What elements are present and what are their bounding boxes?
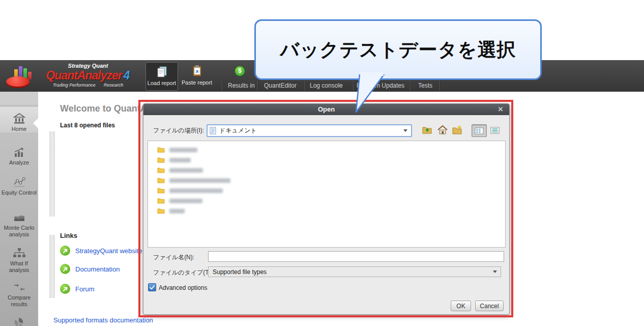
- sidebar-item-analyze[interactable]: Analyze: [0, 147, 38, 166]
- details-view-toggle[interactable]: [488, 124, 502, 136]
- file-location-combobox[interactable]: ドキュメント: [207, 124, 412, 137]
- brand-name: QuantAnalyzer4: [35, 70, 141, 82]
- file-location-label: ファイルの場所(I):: [153, 126, 204, 135]
- app-logo-icon: [6, 64, 36, 89]
- callout-bubble: バックテストデータを選択: [254, 19, 542, 80]
- link-forum[interactable]: Forum: [60, 284, 95, 294]
- brand-version: 4: [124, 69, 130, 82]
- sidebar-label: What If analysis: [9, 260, 30, 273]
- green-arrow-icon: [60, 284, 70, 294]
- callout-tail: [348, 72, 389, 115]
- up-one-level-button[interactable]: [422, 125, 433, 135]
- folder-item[interactable]: [157, 145, 505, 155]
- folder-icon: [157, 167, 165, 173]
- folder-item[interactable]: [157, 185, 505, 196]
- folder-item[interactable]: [157, 175, 505, 185]
- tab-separator: [305, 80, 305, 91]
- sidebar-item-equity-control[interactable]: Equity Control: [0, 177, 38, 196]
- analyze-chart-icon: [13, 147, 26, 158]
- link-label: StrategyQuant website: [75, 247, 142, 255]
- what-if-tree-icon: [13, 248, 26, 259]
- advanced-options-label: Advanced options: [159, 284, 207, 291]
- sidebar-item-partial[interactable]: [0, 317, 38, 326]
- folder-icon: [157, 208, 165, 214]
- dialog-titlebar[interactable]: Open ✕: [143, 104, 509, 115]
- list-view-toggle[interactable]: [472, 124, 487, 137]
- filetype-label: ファイルのタイプ(T):: [153, 268, 213, 277]
- link-label: Forum: [75, 285, 95, 293]
- filename-input[interactable]: [208, 251, 504, 262]
- cancel-button[interactable]: Cancel: [475, 301, 504, 311]
- brand-top-text: Strategy Quant: [35, 63, 141, 69]
- folder-item[interactable]: [157, 155, 505, 165]
- folder-icon: [157, 157, 165, 163]
- brand-name-text: QuantAnalyzer: [46, 69, 122, 82]
- dialog-title: Open: [143, 104, 509, 115]
- folder-item[interactable]: [157, 206, 505, 216]
- paste-report-label: Paste report: [182, 79, 212, 86]
- brand-block: Strategy Quant QuantAnalyzer4 Trading Pe…: [35, 62, 141, 88]
- logo-bar: [28, 72, 32, 79]
- links-heading: Links: [60, 232, 77, 239]
- tagline-left: Trading Performance: [53, 83, 96, 88]
- load-report-button[interactable]: Load report: [145, 62, 178, 91]
- links-scrollbar[interactable]: [49, 235, 55, 298]
- tab-log-console[interactable]: Log console: [310, 80, 343, 92]
- active-notch: [33, 118, 38, 128]
- tagline-right: Research: [104, 83, 124, 88]
- logo-pie: [6, 76, 30, 87]
- sidebar-item-compare-results[interactable]: Compare results: [0, 282, 38, 308]
- folder-name-redacted: [169, 148, 197, 152]
- chevron-down-icon: [403, 129, 407, 132]
- open-file-dialog: Open ✕ ファイルの場所(I): ドキュメント: [143, 103, 510, 315]
- home-bank-icon: [13, 113, 26, 124]
- sidebar-label: Equity Control: [2, 189, 37, 196]
- green-arrow-icon: [60, 264, 70, 274]
- link-label: Documentation: [75, 265, 120, 273]
- filetype-value: Supported file types: [209, 268, 493, 276]
- tab-quanteditor[interactable]: QuantEditor: [264, 80, 297, 92]
- sidebar-item-what-if[interactable]: What If analysis: [0, 248, 38, 274]
- folder-item[interactable]: [157, 165, 505, 175]
- new-folder-button[interactable]: [452, 125, 463, 135]
- file-location-value: ドキュメント: [219, 126, 403, 135]
- document-icon: [156, 65, 167, 78]
- folder-list: [148, 141, 506, 248]
- sidebar-label: Analyze: [9, 159, 29, 166]
- app-window: Strategy Quant QuantAnalyzer4 Trading Pe…: [0, 0, 644, 326]
- advanced-options-checkbox[interactable]: [148, 283, 156, 291]
- folder-icon: [157, 177, 165, 183]
- folder-icon: [157, 198, 165, 204]
- left-sidebar: Home Analyze Equity Control: [0, 92, 38, 326]
- compare-arrows-icon: [13, 282, 26, 293]
- ok-button[interactable]: OK: [451, 301, 471, 311]
- filename-label: ファイル名(N):: [153, 253, 194, 262]
- folder-name-redacted: [169, 178, 230, 183]
- sidebar-item-monte-carlo[interactable]: Monte Carlo analysis: [0, 212, 38, 238]
- link-strategyquant-website[interactable]: StrategyQuant website: [60, 246, 142, 256]
- callout-text: バックテストデータを選択: [280, 37, 516, 63]
- folder-name-redacted: [169, 168, 203, 173]
- filetype-select[interactable]: Supported file types: [208, 266, 501, 277]
- sidebar-label: Home: [12, 126, 26, 132]
- equity-line-icon: [13, 177, 26, 188]
- close-icon[interactable]: ✕: [496, 104, 505, 115]
- link-documentation[interactable]: Documentation: [60, 264, 120, 274]
- supported-formats-link[interactable]: Supported formats documentation: [53, 316, 153, 324]
- brand-tagline: Trading Performance Research: [35, 83, 141, 88]
- folder-name-redacted: [169, 199, 202, 203]
- tab-separator: [257, 80, 258, 91]
- recent-files-scrollbar[interactable]: [49, 131, 55, 216]
- paste-report-button[interactable]: Paste report: [180, 62, 214, 90]
- folder-name-redacted: [169, 158, 191, 162]
- green-arrow-icon: [60, 246, 70, 256]
- sidebar-item-home[interactable]: Home: [0, 107, 38, 132]
- tab-results-in[interactable]: Results in: [228, 80, 255, 92]
- folder-item[interactable]: [157, 196, 505, 206]
- results-in-icon: $: [235, 66, 245, 76]
- folder-icon: [157, 147, 165, 153]
- sidebar-label: Compare results: [8, 294, 31, 307]
- tab-separator: [440, 80, 440, 91]
- home-folder-button[interactable]: [437, 125, 448, 135]
- tab-tests[interactable]: Tests: [418, 80, 432, 92]
